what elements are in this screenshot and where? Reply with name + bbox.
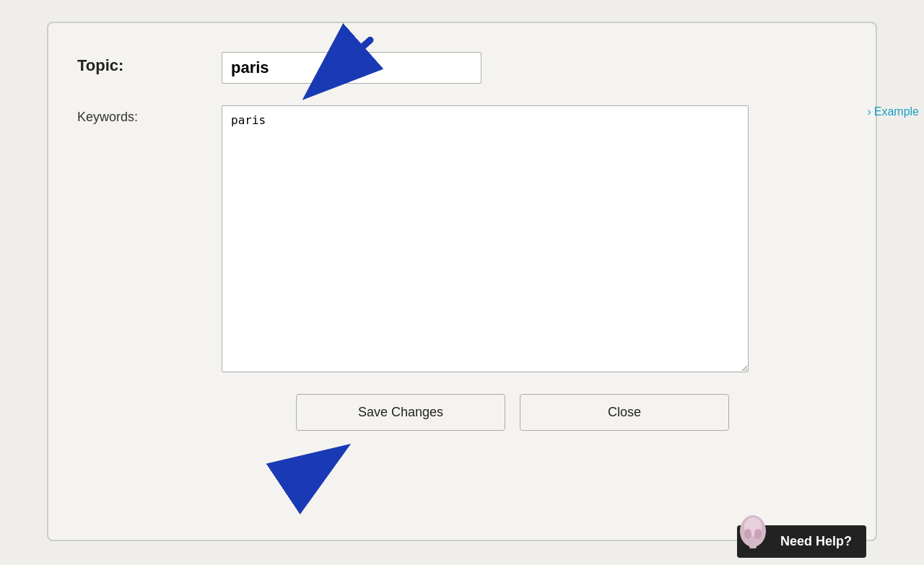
save-changes-button[interactable]: Save Changes [296, 394, 505, 431]
keywords-textarea[interactable]: paris [222, 105, 749, 372]
button-row: Save Changes Close [77, 394, 832, 431]
main-form-container: Topic: Keywords: paris › Example Save Ch… [47, 22, 877, 541]
example-link[interactable]: › Example [867, 105, 919, 118]
keywords-row: Keywords: paris › Example [77, 105, 832, 372]
need-help-widget[interactable]: Need Help? [737, 525, 866, 558]
topic-row: Topic: [77, 52, 832, 84]
topic-label: Topic: [77, 52, 222, 75]
svg-line-5 [289, 452, 340, 486]
keywords-wrapper: paris › Example [222, 105, 832, 372]
svg-rect-10 [749, 543, 757, 548]
topic-input[interactable] [222, 52, 481, 84]
close-button[interactable]: Close [520, 394, 729, 431]
need-help-label: Need Help? [780, 534, 852, 549]
chevron-right-icon: › [867, 105, 871, 118]
need-help-icon [730, 511, 777, 558]
keywords-label: Keywords: [77, 105, 222, 125]
svg-point-9 [754, 529, 762, 539]
example-link-label: Example [874, 105, 919, 118]
svg-point-8 [744, 529, 751, 539]
